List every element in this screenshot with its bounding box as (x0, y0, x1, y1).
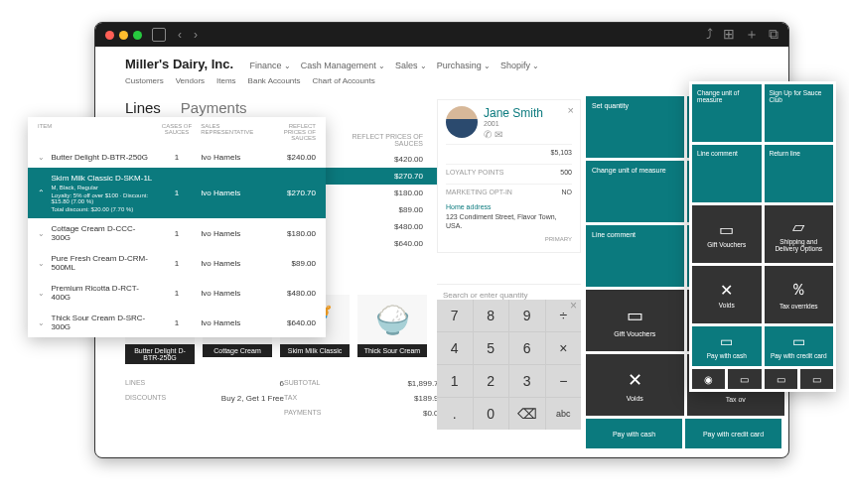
dropdown-row[interactable]: ⌄Thick Sour Cream D-SRC-300G1Ivo Hamels$… (28, 308, 326, 337)
voucher-icon: ▭ (719, 220, 734, 239)
dropdown-row[interactable]: ⌄Butter Delight D-BTR-250G1Ivo Hamels$24… (28, 147, 326, 168)
order-col-price: REFLECT PRICES OF SAUCES (324, 133, 423, 147)
tile-voids[interactable]: ✕Voids (586, 354, 684, 416)
chevron-down-icon: ⌄ (38, 259, 52, 268)
key-0[interactable]: 0 (474, 398, 509, 430)
phone-icon[interactable]: ✆ (484, 129, 492, 140)
minimize-dot[interactable] (119, 31, 128, 40)
key-6[interactable]: 6 (509, 332, 545, 364)
close-dot[interactable] (105, 31, 114, 40)
summary-tax-label: TAX (284, 394, 297, 403)
dropdown-row[interactable]: ⌄Premium Ricotta D-RCT-400G1Ivo Hamels$4… (28, 278, 326, 308)
subnav-bank[interactable]: Bank Accounts (248, 76, 301, 85)
chevron-up-icon: ⌃ (38, 189, 52, 197)
tile-return-line[interactable]: Return line (765, 145, 834, 202)
key-2[interactable]: 2 (474, 365, 509, 397)
quick-icon-4[interactable]: ▭ (800, 369, 833, 389)
company-name: Miller's Dairy, Inc. (125, 57, 233, 71)
tile-shipping-options[interactable]: ▱Shipping and Delivery Options (765, 205, 834, 263)
key-5[interactable]: 5 (474, 332, 509, 364)
forward-icon[interactable]: › (194, 28, 198, 42)
nav-shopify[interactable]: Shopify (500, 61, 539, 70)
customer-name[interactable]: Jane Smith (484, 106, 543, 120)
key-abc[interactable]: abc (546, 398, 582, 430)
dd-col-qty: CASES OF SAUCES (153, 123, 201, 141)
quick-icon-1[interactable]: ◉ (692, 369, 725, 389)
x-icon: ✕ (628, 369, 642, 391)
quick-icon-2[interactable]: ▭ (728, 369, 761, 389)
key-3[interactable]: 3 (509, 365, 545, 397)
pay-cash-button[interactable]: Pay with cash (586, 419, 682, 448)
chevron-down-icon: ⌄ (38, 289, 52, 298)
tab-payments[interactable]: Payments (181, 99, 247, 119)
nav-purchasing[interactable]: Purchasing (437, 61, 491, 70)
key-multiply[interactable]: × (546, 332, 582, 364)
tile-set-quantity[interactable]: Set quantity (586, 96, 684, 158)
dd-col-rep: SALES REPRESENTATIVE (201, 123, 268, 141)
email-icon[interactable]: ✉ (495, 129, 502, 140)
tile-tax-overrides[interactable]: ％Tax overrides (765, 266, 834, 323)
tab-lines[interactable]: Lines (125, 99, 161, 119)
key-dot[interactable]: . (437, 398, 473, 430)
loyalty-value: 500 (560, 169, 572, 176)
subnav-items[interactable]: Items (216, 76, 236, 85)
sidebar-icon[interactable] (152, 28, 166, 42)
loyalty-label: LOYALTY POINTS (446, 169, 503, 176)
pay-card-button[interactable]: ▭Pay with credit card (765, 326, 834, 366)
subnav-chart[interactable]: Chart of Accounts (313, 76, 375, 85)
actions-panel-secondary: Change unit of measure Sign Up for Sauce… (689, 81, 836, 392)
recommended-card[interactable]: 🍚Thick Sour Cream (357, 295, 427, 364)
quick-icon-3[interactable]: ▭ (765, 369, 797, 389)
tile-line-comment[interactable]: Line comment (692, 145, 762, 202)
close-icon[interactable]: × (568, 104, 574, 116)
maximize-dot[interactable] (133, 31, 142, 40)
pay-cash-button[interactable]: ▭Pay with cash (692, 326, 762, 366)
key-8[interactable]: 8 (474, 300, 509, 331)
summary-discounts-label: DISCOUNTS (125, 394, 166, 403)
dropdown-row[interactable]: ⌄Pure Fresh Cream D-CRM-500ML1Ivo Hamels… (28, 248, 326, 278)
key-9[interactable]: 9 (509, 300, 545, 331)
copy-icon[interactable]: ⧉ (769, 26, 778, 44)
close-icon[interactable]: × (570, 299, 577, 313)
subnav-vendors[interactable]: Vendors (176, 76, 205, 85)
tile-gift-vouchers[interactable]: ▭Gift Vouchers (692, 205, 762, 263)
tile-change-uom[interactable]: Change unit of measure (586, 161, 684, 222)
key-7[interactable]: 7 (437, 300, 473, 331)
sub-nav: Customers Vendors Items Bank Accounts Ch… (125, 76, 759, 85)
dropdown-row[interactable]: ⌄Cottage Cream D-CCC-300G1Ivo Hamels$180… (28, 218, 326, 248)
customer-id: 2001 (484, 120, 543, 127)
tile-change-uom[interactable]: Change unit of measure (692, 84, 762, 142)
primary-badge: PRIMARY (446, 236, 572, 242)
summary-lines-label: LINES (125, 379, 145, 388)
tile-gift-vouchers[interactable]: ▭Gift Vouchers (586, 290, 684, 351)
marketing-value: NO (562, 189, 573, 195)
new-window-icon[interactable]: ⊞ (723, 26, 735, 44)
share-icon[interactable]: ⤴ (706, 26, 713, 44)
address-label[interactable]: Home address (446, 203, 572, 210)
tile-signup-club[interactable]: Sign Up for Sauce Club (765, 84, 834, 142)
nav-sales[interactable]: Sales (395, 61, 427, 70)
key-4[interactable]: 4 (437, 332, 473, 364)
dropdown-row-selected[interactable]: ⌃Skim Milk Classic D-SKM-1LM, Black, Reg… (28, 168, 326, 218)
chevron-down-icon: ⌄ (38, 318, 52, 327)
back-icon[interactable]: ‹ (178, 28, 182, 42)
pay-card-button[interactable]: Pay with credit card (685, 419, 781, 448)
subnav-customers[interactable]: Customers (125, 76, 164, 85)
key-1[interactable]: 1 (437, 365, 473, 397)
chevron-down-icon: ⌄ (38, 153, 52, 162)
cash-icon: ▭ (720, 333, 733, 349)
nav-cash[interactable]: Cash Management (301, 61, 385, 70)
title-bar: ‹ › ⤴ ⊞ ＋ ⧉ (95, 23, 788, 47)
line-item-dropdown: ITEMCASES OF SAUCESSALES REPRESENTATIVER… (28, 117, 326, 337)
avatar (446, 106, 478, 138)
numeric-keypad: × 7 8 9 ÷ 4 5 6 × 1 2 3 − . 0 ⌫ abc (437, 300, 581, 430)
card-icon: ▭ (792, 333, 805, 349)
dd-col-item: ITEM (38, 123, 153, 141)
key-subtract[interactable]: − (546, 365, 582, 397)
add-icon[interactable]: ＋ (745, 26, 759, 44)
tile-voids[interactable]: ✕Voids (692, 266, 762, 323)
tile-line-comment[interactable]: Line comment (586, 225, 684, 287)
key-backspace[interactable]: ⌫ (509, 398, 545, 430)
box-icon: ▱ (792, 217, 804, 236)
nav-finance[interactable]: Finance (250, 61, 291, 70)
